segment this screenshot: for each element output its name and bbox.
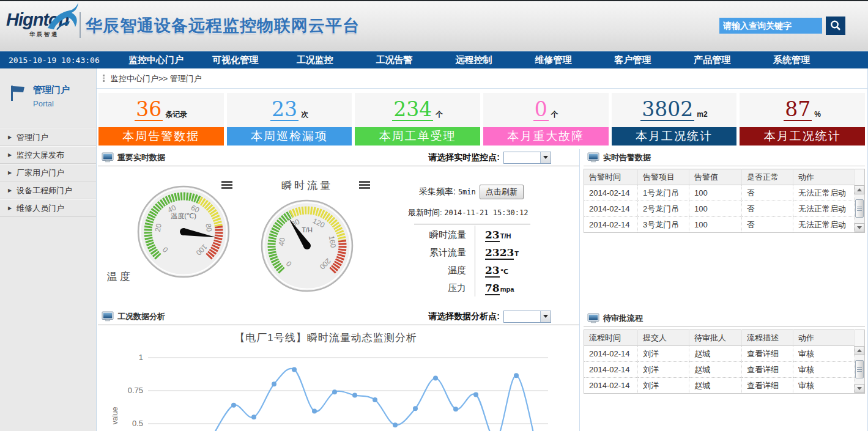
stat-label[interactable]: 本月工况统计 <box>740 127 865 146</box>
stat-card-monthly-condition-stats-area: 3802m2 本月工况统计 <box>612 93 737 146</box>
table-row[interactable]: 2014-02-14 刘洋 赵城 查看详细 审核 <box>584 378 865 394</box>
realtime-readings: 采集频率: 5min 点击刷新 最新时间: 2014-11-21 15:30:1… <box>408 185 566 297</box>
reading-unit: T <box>514 250 519 257</box>
hamburger-menu-icon[interactable] <box>221 181 232 189</box>
table-scrollbar[interactable] <box>855 346 864 394</box>
stat-value: 234 <box>392 99 433 121</box>
sidebar-menu: ▶管理门户 ▶监控大屏发布 ▶厂家用户门户 ▶设备工程师门户 ▶维修人员门户 <box>0 128 96 217</box>
table-row[interactable]: 2014-02-14 刘洋 赵城 查看详细 审核 <box>584 362 865 378</box>
stat-value: 23 <box>270 99 299 121</box>
dropdown-button[interactable] <box>540 311 551 322</box>
freq-label: 采集频率: <box>419 186 456 197</box>
stat-card-weekly-work-orders: 234个 本周工单受理 <box>355 93 480 146</box>
arrow-up-icon <box>857 349 862 352</box>
table-row[interactable]: 2014-02-14 3号龙门吊 100 否 无法正常启动 <box>584 217 865 233</box>
freq-value: 5min <box>458 188 476 196</box>
table-row[interactable]: 2014-02-14 刘洋 赵城 查看详细 审核 <box>584 346 865 362</box>
reading-row: 压力78mpa <box>408 279 566 297</box>
stat-label[interactable]: 本月重大故障 <box>483 127 609 146</box>
portal-header: 管理门户 Portal <box>0 68 96 108</box>
chevron-down-icon <box>543 156 548 159</box>
nav-item-condition-monitor[interactable]: 工况监控 <box>275 54 355 66</box>
header: Hignton 华辰智通 华辰智通设备远程监控物联网云平台 <box>0 1 868 51</box>
reading-value: 2323 <box>485 246 514 260</box>
arrow-right-icon: ▶ <box>8 182 12 199</box>
svg-text:value: value <box>111 407 119 424</box>
nav-item-product-mgmt[interactable]: 产品管理 <box>672 54 752 66</box>
table-row[interactable]: 2014-02-14 1号龙门吊 100 否 无法正常启动 <box>584 185 865 201</box>
stat-card-weekly-alarms: 36条记录 本周告警数据 <box>98 93 224 146</box>
audit-link[interactable]: 审核 <box>793 378 855 394</box>
left-column: 重要实时数据 请选择实时监控点: 温度 020406080100温度(℃) <box>97 149 580 431</box>
arrow-right-icon: ▶ <box>8 164 12 182</box>
arrow-up-icon <box>857 188 862 191</box>
gauge-title: 温度 <box>107 271 133 282</box>
sidebar-item-bigscreen-publish[interactable]: ▶监控大屏发布 <box>0 146 96 164</box>
nav-item-condition-alarm[interactable]: 工况告警 <box>355 54 434 66</box>
nav-item-system-mgmt[interactable]: 系统管理 <box>752 54 831 66</box>
search-input[interactable] <box>719 18 822 34</box>
stat-label[interactable]: 本月工况统计 <box>612 127 737 146</box>
nav-item-remote-control[interactable]: 远程控制 <box>434 54 514 66</box>
portal-title: 管理门户 <box>33 84 70 96</box>
table-row[interactable]: 2014-02-14 2号龙门吊 100 否 无法正常启动 <box>584 201 865 217</box>
panel-title: 待审批流程 <box>603 313 643 324</box>
flow-gauge-block: 瞬时流量 04080120160200T/H <box>238 179 376 297</box>
scrollbar-track[interactable] <box>855 355 864 385</box>
svg-text:0.5: 0.5 <box>132 419 143 428</box>
stat-unit: 条记录 <box>165 109 187 120</box>
scrollbar-track[interactable] <box>855 194 864 224</box>
clock: 2015-10-19 10:43:06 <box>0 56 116 65</box>
grip-icon <box>857 367 862 372</box>
reading-value: 78 <box>485 282 500 295</box>
audit-link[interactable]: 审核 <box>793 362 855 378</box>
stat-card-monthly-major-faults: 0个 本月重大故障 <box>483 93 609 146</box>
scroll-up-button[interactable] <box>855 346 864 355</box>
scroll-up-button[interactable] <box>855 185 864 194</box>
view-detail-link[interactable]: 查看详细 <box>742 346 793 362</box>
monitor-point-select[interactable] <box>503 152 551 164</box>
hamburger-menu-icon[interactable] <box>359 181 370 189</box>
search-button[interactable] <box>826 17 845 35</box>
stat-card-monthly-condition-stats-pct: 87% 本月工况统计 <box>740 93 865 146</box>
latest-time-value: 2014-11-21 15:30:12 <box>444 208 528 217</box>
monitor-icon <box>587 152 599 163</box>
scrollbar-thumb[interactable] <box>855 360 864 378</box>
grip-icon <box>857 207 862 211</box>
scroll-down-button[interactable] <box>855 223 864 232</box>
arrow-right-icon: ▶ <box>8 200 12 217</box>
scroll-down-button[interactable] <box>855 384 864 393</box>
sidebar-item-factory-user-portal[interactable]: ▶厂家用户门户 <box>0 164 96 182</box>
sidebar-item-maintenance-staff-portal[interactable]: ▶维修人员门户 <box>0 199 96 217</box>
scrollbar-thumb[interactable] <box>855 199 864 218</box>
stat-label[interactable]: 本周告警数据 <box>98 127 224 146</box>
nav-item-monitoring-center-portal[interactable]: 监控中心门户 <box>116 54 196 66</box>
panel-title: 工况数据分析 <box>117 311 165 322</box>
table-scrollbar[interactable] <box>855 185 864 233</box>
audit-link[interactable]: 审核 <box>793 346 855 362</box>
nav-item-customer-mgmt[interactable]: 客户管理 <box>593 54 672 66</box>
view-detail-link[interactable]: 查看详细 <box>742 378 793 394</box>
sidebar-item-admin-portal[interactable]: ▶管理门户 <box>0 128 96 146</box>
stat-unit: 个 <box>551 109 558 120</box>
monitor-icon <box>102 152 114 163</box>
nav-item-maintenance-mgmt[interactable]: 维修管理 <box>513 54 593 66</box>
logo-subtext: 华辰智通 <box>29 31 78 39</box>
arrow-down-icon <box>857 226 862 229</box>
reading-unit: T/H <box>500 232 511 240</box>
reading-unit: mpa <box>500 285 514 293</box>
temperature-gauge-block: 温度 020406080100温度(℃) <box>100 179 239 284</box>
sidebar-item-device-engineer-portal[interactable]: ▶设备工程师门户 <box>0 182 96 199</box>
reading-unit: ℃ <box>500 268 508 275</box>
analysis-point-select[interactable] <box>503 311 551 323</box>
reading-row: 温度23℃ <box>408 261 566 279</box>
breadcrumb: 监控中心门户>> 管理门户 <box>97 68 867 89</box>
approval-table-header-row: 流程时间 提交人 待审批人 流程描述 动作 <box>584 330 865 346</box>
view-detail-link[interactable]: 查看详细 <box>742 362 793 378</box>
refresh-button[interactable]: 点击刷新 <box>480 185 524 199</box>
dropdown-button[interactable] <box>540 152 551 163</box>
nav-item-visualization-mgmt[interactable]: 可视化管理 <box>196 54 275 66</box>
stat-label[interactable]: 本周工单受理 <box>355 127 480 146</box>
arrow-down-icon <box>857 387 862 390</box>
stat-label[interactable]: 本周巡检漏项 <box>227 127 352 146</box>
